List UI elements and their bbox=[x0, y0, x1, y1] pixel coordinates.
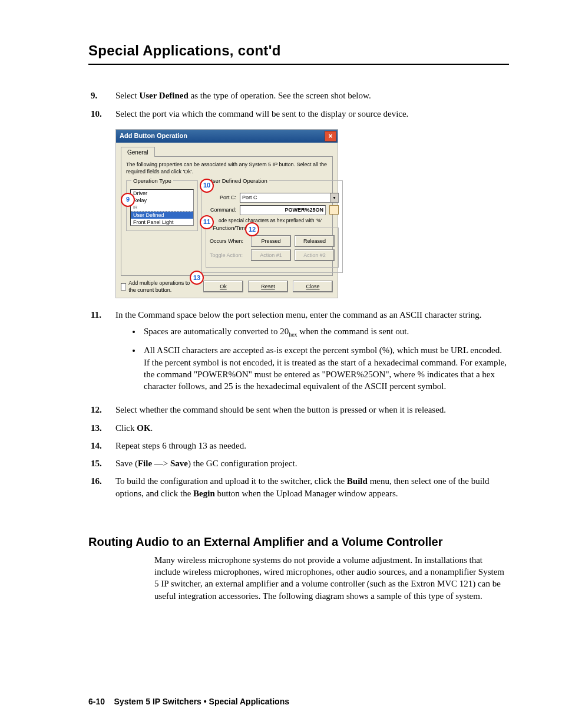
add-multiple-checkbox[interactable]: Add multiple operations to the current b… bbox=[121, 279, 199, 294]
text-run: . bbox=[151, 423, 153, 433]
step-body: Select the port via which the command wi… bbox=[115, 108, 509, 120]
text-run-bold: Build bbox=[347, 476, 368, 486]
add-multiple-label: Add multiple operations to the current b… bbox=[128, 279, 199, 294]
tab-general[interactable]: General bbox=[121, 147, 155, 157]
section-heading: Routing Audio to an External Amplifier a… bbox=[88, 535, 509, 549]
step-number: 13. bbox=[88, 422, 115, 434]
steps-11-16: 11. In the Command space below the port … bbox=[88, 309, 509, 499]
sub-bullets: Spaces are automatically converted to 20… bbox=[115, 325, 509, 393]
list-item[interactable]: IR bbox=[131, 204, 193, 212]
step-body: Repeat steps 6 through 13 as needed. bbox=[115, 440, 509, 452]
list-item[interactable]: Front Panel Light Control bbox=[131, 219, 193, 226]
dialog-screenshot: Add Button Operation × General The follo… bbox=[115, 129, 338, 298]
list-item[interactable]: Relay bbox=[131, 197, 193, 204]
text-run: —> bbox=[152, 459, 170, 468]
step-number: 11. bbox=[88, 309, 115, 398]
port-combo[interactable]: Port C ▼ bbox=[240, 193, 339, 203]
operation-type-legend: Operation Type bbox=[131, 177, 173, 185]
keyboard-icon[interactable] bbox=[329, 205, 339, 215]
list-item[interactable]: Driver bbox=[131, 190, 193, 197]
text-run: as the type of operation. See the screen… bbox=[189, 91, 371, 100]
text-run-bold: OK bbox=[137, 423, 150, 433]
page-number: 6-10 bbox=[88, 697, 105, 706]
page-title: Special Applications, cont'd bbox=[88, 41, 509, 60]
command-label: Command: bbox=[206, 206, 236, 213]
action1-button: Action #1 bbox=[251, 249, 291, 261]
dialog-title: Add Button Operation bbox=[120, 131, 187, 140]
step-body: To build the configuration and upload it… bbox=[115, 475, 509, 499]
action2-button: Action #2 bbox=[295, 249, 335, 261]
step-number: 9. bbox=[88, 90, 115, 101]
close-label: Close bbox=[306, 283, 319, 290]
step-number: 10. bbox=[88, 108, 115, 120]
steps-9-10: 9. Select User Defined as the type of op… bbox=[88, 90, 509, 120]
port-label: Port C: bbox=[206, 194, 236, 201]
close-button[interactable]: Close bbox=[293, 281, 333, 292]
callout-13: 13 bbox=[190, 271, 204, 285]
step-number: 12. bbox=[88, 404, 115, 416]
text-run-bold: User Defined bbox=[139, 91, 188, 100]
callout-12: 12 bbox=[245, 222, 259, 236]
pressed-button[interactable]: Pressed bbox=[251, 235, 291, 247]
step-number: 14. bbox=[88, 440, 115, 452]
reset-label: Reset bbox=[261, 283, 275, 290]
step-body: Select User Defined as the type of opera… bbox=[115, 90, 509, 101]
step-number: 15. bbox=[88, 457, 115, 469]
dialog-body: General The following properties can be … bbox=[116, 143, 338, 298]
occurs-when-label: Occurs When: bbox=[210, 238, 247, 245]
port-value: Port C bbox=[242, 194, 257, 201]
dialog-intro: The following properties can be associat… bbox=[126, 162, 328, 175]
title-rule bbox=[88, 64, 509, 65]
text-run: Select bbox=[115, 91, 139, 100]
footer-label: System 5 IP Switchers • Special Applicat… bbox=[114, 697, 289, 706]
step-body: Save (File —> Save) the GC configuration… bbox=[115, 457, 509, 469]
toggle-action-label: Toggle Action: bbox=[210, 252, 247, 259]
callout-11: 11 bbox=[200, 215, 214, 229]
callout-10: 10 bbox=[200, 179, 214, 193]
step-body: Select whether the command should be sen… bbox=[115, 404, 509, 416]
text-run-bold: File bbox=[138, 459, 152, 468]
reset-button[interactable]: Reset bbox=[248, 281, 288, 292]
bullet: All ASCII characters are accepted as-is … bbox=[141, 344, 509, 392]
list-item-selected[interactable]: User Defined bbox=[131, 212, 193, 219]
dialog-titlebar: Add Button Operation × bbox=[116, 130, 338, 143]
user-defined-fieldset: User Defined Operation Port C: Port C ▼ … bbox=[201, 180, 343, 273]
chevron-down-icon[interactable]: ▼ bbox=[330, 193, 338, 202]
page-footer: 6-10 System 5 IP Switchers • Special App… bbox=[88, 696, 289, 708]
step-number: 16. bbox=[88, 475, 115, 499]
command-hint: ode special characters as hex prefixed w… bbox=[219, 218, 339, 224]
close-icon[interactable]: × bbox=[325, 131, 336, 141]
step-body: Click OK. bbox=[115, 422, 509, 434]
released-button[interactable]: Released bbox=[295, 235, 335, 247]
ok-label: Ok bbox=[220, 283, 227, 290]
operation-type-fieldset: Operation Type Driver Relay IR User Defi… bbox=[126, 180, 198, 231]
text-run: button when the Upload Manager window ap… bbox=[215, 489, 398, 498]
text-run-bold: Begin bbox=[193, 489, 215, 498]
text-run: Save ( bbox=[115, 459, 138, 468]
operation-type-listbox[interactable]: Driver Relay IR User Defined Front Panel… bbox=[130, 189, 194, 226]
text-run: Click bbox=[115, 423, 137, 433]
bullet: Spaces are automatically converted to 20… bbox=[141, 325, 509, 339]
ok-button[interactable]: Ok 13 bbox=[203, 281, 243, 292]
text-run-bold: Save bbox=[170, 459, 188, 468]
checkbox-icon[interactable] bbox=[121, 283, 126, 291]
text-run: To build the configuration and upload it… bbox=[115, 476, 347, 486]
text-run: ) the GC configuration project. bbox=[188, 459, 297, 468]
command-input[interactable]: POWER%25ON bbox=[240, 205, 326, 215]
callout-9: 9 bbox=[121, 193, 135, 207]
user-defined-legend: User Defined Operation bbox=[207, 177, 269, 185]
section-paragraph: Many wireless microphone systems do not … bbox=[154, 554, 509, 602]
step-body: In the Command space below the port sele… bbox=[115, 310, 481, 319]
function-timing-fieldset: Function/Timing Occurs When: Pressed Rel… bbox=[206, 228, 339, 268]
